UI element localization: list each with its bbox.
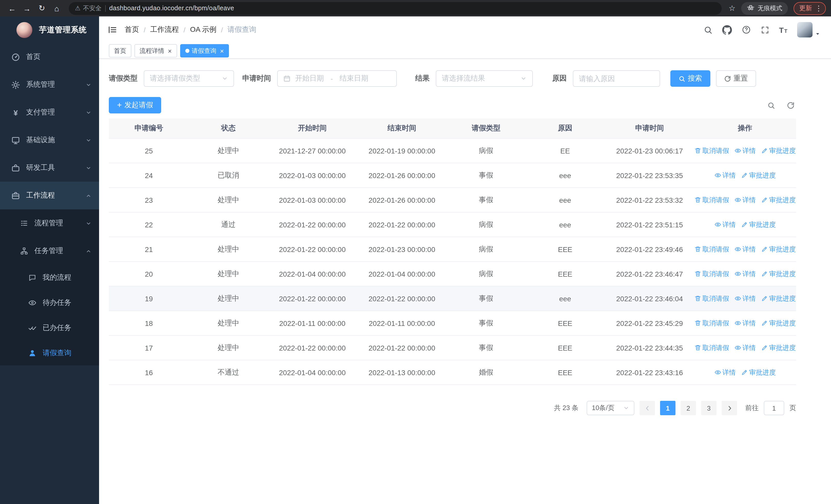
sidebar-item-infra[interactable]: 基础设施 [0,126,99,154]
app-window: 芋道管理系统 首页系统管理¥支付管理基础设施研发工具工作流程流程管理任务管理我的… [0,17,831,504]
sidebar-item-label: 待办任务 [42,298,91,307]
action-cancel-link[interactable]: 取消请假 [694,319,729,328]
action-progress-link[interactable]: 审批进度 [761,195,796,205]
fullscreen-icon[interactable] [761,25,769,34]
cell-status: 处理中 [189,336,268,360]
action-detail-link[interactable]: 详情 [734,343,756,352]
action-progress-link[interactable]: 审批进度 [761,146,796,155]
action-cancel-link[interactable]: 取消请假 [694,244,729,254]
warning-icon: ⚠ [75,5,81,12]
action-progress-link[interactable]: 审批进度 [761,269,796,278]
breadcrumb-item-1[interactable]: 工作流程 [150,25,179,34]
action-progress-link[interactable]: 审批进度 [761,244,796,254]
goto-label: 前往 [745,404,758,413]
sidebar-item-task-mgmt[interactable]: 任务管理 [0,237,99,265]
chevron-down-icon [86,110,91,115]
sidebar-item-done-task[interactable]: 已办任务 [0,315,99,340]
reason-input[interactable] [573,71,660,86]
sidebar-item-process-mgmt[interactable]: 流程管理 [0,209,99,237]
action-progress-link[interactable]: 审批进度 [761,319,796,328]
action-detail-link[interactable]: 详情 [734,269,756,278]
sidebar-collapse-icon[interactable] [108,25,117,34]
tab-home[interactable]: 首页 [109,44,132,58]
action-cancel-link[interactable]: 取消请假 [694,269,729,278]
result-select[interactable]: 请选择流结果 [436,70,533,87]
cell-start: 2022-01-03 00:00:00 [268,188,357,212]
sidebar-item-payment[interactable]: ¥支付管理 [0,98,99,126]
search-toggle-icon[interactable] [767,101,775,109]
tab-leave-query[interactable]: 请假查询× [180,44,229,58]
leave-type-select[interactable]: 请选择请假类型 [144,70,234,87]
refresh-table-icon[interactable] [787,101,795,109]
gear-icon [11,80,21,89]
breadcrumb-item-0[interactable]: 首页 [125,25,139,34]
goto-page-input[interactable] [764,401,784,415]
sidebar-item-home[interactable]: 首页 [0,43,99,71]
page-button-2[interactable]: 2 [681,401,696,415]
page-button-3[interactable]: 3 [701,401,717,415]
font-size-icon[interactable]: TT [779,25,787,34]
page-content: 请假类型 请选择请假类型 申请时间 开始日期 - 结 [109,59,796,415]
sidebar-item-my-process[interactable]: 我的流程 [0,265,99,290]
page-button-1[interactable]: 1 [660,401,676,415]
action-cancel-link[interactable]: 取消请假 [694,294,729,303]
action-detail-link[interactable]: 详情 [734,195,756,205]
action-detail-link[interactable]: 详情 [734,319,756,328]
action-detail-link[interactable]: 详情 [714,368,736,377]
sidebar-item-todo-task[interactable]: 待办任务 [0,290,99,315]
help-icon[interactable] [741,25,751,34]
action-detail-link[interactable]: 详情 [734,146,756,155]
sidebar-item-leave-query[interactable]: 请假查询 [0,340,99,365]
next-page-button[interactable] [722,401,737,415]
action-progress-link[interactable]: 审批进度 [741,368,776,377]
chevron-up-icon [86,248,91,254]
eye-icon [734,147,741,154]
reset-button[interactable]: 重置 [716,70,756,87]
cell-reason: eee [525,212,605,237]
cell-type: 病假 [447,139,525,163]
sidebar-item-devtools[interactable]: 研发工具 [0,154,99,182]
reload-icon[interactable]: ↻ [35,1,49,15]
action-detail-link[interactable]: 详情 [734,244,756,254]
home-icon[interactable]: ⌂ [50,1,64,15]
sidebar-item-system[interactable]: 系统管理 [0,71,99,98]
menu-kebab-icon[interactable]: ⋮ [814,4,823,12]
cell-reason: EEE [525,237,605,261]
action-progress-link[interactable]: 审批进度 [761,343,796,352]
close-icon[interactable]: × [220,48,224,54]
page-size-select[interactable]: 10条/页 [587,401,634,415]
create-leave-button[interactable]: + 发起请假 [109,97,162,113]
action-cancel-link[interactable]: 取消请假 [694,343,729,352]
tab-label: 首页 [114,47,126,55]
action-cancel-link[interactable]: 取消请假 [694,146,729,155]
search-button[interactable]: 搜索 [670,70,710,87]
address-bar[interactable]: ⚠ 不安全 dashboard.yudao.iocoder.cn/bpm/oa/… [69,2,721,14]
browser-chrome: ← → ↻ ⌂ ⚠ 不安全 dashboard.yudao.iocoder.cn… [0,0,831,17]
apply-time-range-picker[interactable]: 开始日期 - 结束日期 [277,70,397,87]
update-button[interactable]: 更新 ⋮ [794,2,826,14]
breadcrumb-item-2[interactable]: OA 示例 [190,25,217,34]
bookmark-star-icon[interactable]: ☆ [728,4,736,13]
action-detail-link[interactable]: 详情 [734,294,756,303]
prev-page-button[interactable] [639,401,655,415]
tab-process-detail[interactable]: 流程详情× [135,44,177,58]
github-icon[interactable] [722,25,732,35]
action-detail-link[interactable]: 详情 [714,220,736,229]
incognito-badge: 无痕模式 [741,2,788,14]
action-progress-link[interactable]: 审批进度 [761,294,796,303]
app-logo[interactable]: 芋道管理系统 [0,17,99,43]
user-menu[interactable] [797,22,820,37]
forward-icon[interactable]: → [20,1,34,15]
action-detail-link[interactable]: 详情 [714,171,736,180]
security-chip[interactable]: ⚠ 不安全 [75,4,102,12]
sidebar-item-label: 流程管理 [34,219,86,228]
action-progress-link[interactable]: 审批进度 [741,171,776,180]
action-cancel-link[interactable]: 取消请假 [694,195,729,205]
back-icon[interactable]: ← [5,1,19,15]
breadcrumb-separator: / [221,26,223,34]
action-progress-link[interactable]: 审批进度 [741,220,776,229]
close-icon[interactable]: × [168,48,172,54]
search-icon[interactable] [704,25,712,34]
sidebar-item-workflow[interactable]: 工作流程 [0,182,99,209]
cell-end: 2022-01-23 00:00:00 [357,237,447,261]
